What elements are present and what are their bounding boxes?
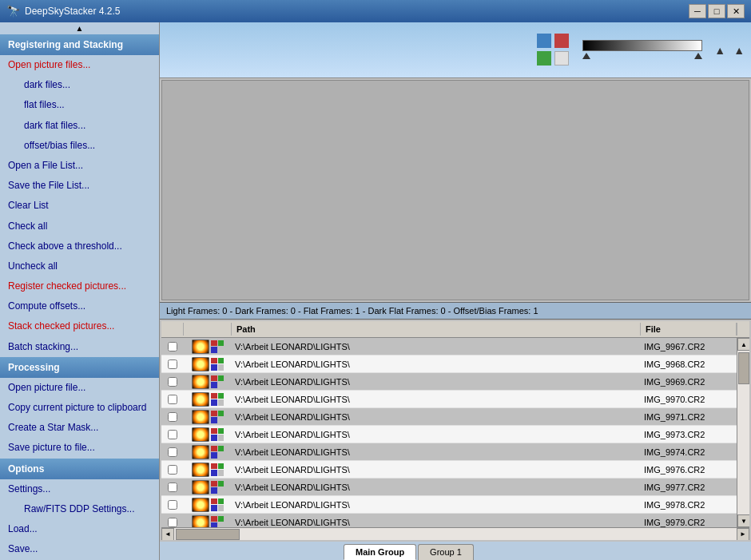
- row-checkbox[interactable]: [168, 447, 177, 457]
- row-checkbox-cell[interactable]: [161, 342, 184, 351]
- row-checkbox-cell[interactable]: [161, 377, 184, 387]
- sidebar-item-load[interactable]: Load...: [0, 519, 159, 539]
- row-checkbox[interactable]: [168, 483, 177, 492]
- top-toolbar: ▲ ▲: [160, 22, 751, 78]
- rgb-white: [218, 452, 225, 459]
- row-file: IMG_9967.CR2: [641, 342, 737, 351]
- maximize-button[interactable]: □: [708, 4, 725, 18]
- rgb-blue: [211, 435, 217, 441]
- sidebar-item-settings[interactable]: Settings...: [0, 479, 159, 499]
- row-checkbox[interactable]: [168, 395, 177, 404]
- row-checkbox[interactable]: [168, 500, 177, 510]
- scroll-right-button[interactable]: ►: [737, 528, 749, 541]
- tab-group-1[interactable]: Group 1: [418, 544, 474, 560]
- row-checkbox-cell[interactable]: [161, 465, 184, 475]
- row-checkbox-cell[interactable]: [161, 430, 184, 439]
- scroll-thumb[interactable]: [738, 352, 749, 384]
- row-checkbox[interactable]: [168, 342, 177, 351]
- table-row[interactable]: V:\Arbeit LEONARD\LIGHTS\ IMG_9973.CR2: [161, 426, 737, 443]
- sidebar: ▲ Registering and Stacking Open picture …: [0, 22, 160, 560]
- table-row[interactable]: V:\Arbeit LEONARD\LIGHTS\ IMG_9967.CR2: [161, 338, 737, 355]
- rgb-blue: [211, 399, 217, 406]
- scroll-track[interactable]: [737, 351, 749, 514]
- sidebar-item-batch-stacking[interactable]: Batch stacking...: [0, 337, 159, 357]
- star-thumbnail: [192, 427, 209, 442]
- sidebar-item-check-threshold[interactable]: Check above a threshold...: [0, 236, 159, 256]
- row-checkbox[interactable]: [168, 465, 177, 475]
- star-thumbnail: [192, 515, 209, 528]
- h-scroll-thumb[interactable]: [176, 529, 240, 540]
- table-row[interactable]: V:\Arbeit LEONARD\LIGHTS\ IMG_9977.CR2: [161, 479, 737, 496]
- sidebar-item-uncheck-all[interactable]: Uncheck all: [0, 256, 159, 276]
- sidebar-item-open-picture-file[interactable]: Open picture file...: [0, 378, 159, 398]
- rgb-red: [211, 498, 217, 505]
- row-checkbox[interactable]: [168, 412, 177, 422]
- table-row[interactable]: V:\Arbeit LEONARD\LIGHTS\ IMG_9974.CR2: [161, 443, 737, 461]
- sidebar-item-dark-files[interactable]: dark files...: [0, 75, 159, 95]
- row-checkbox[interactable]: [168, 518, 177, 527]
- table-row[interactable]: V:\Arbeit LEONARD\LIGHTS\ IMG_9971.CR2: [161, 408, 737, 426]
- sidebar-item-save-file-list[interactable]: Save the File List...: [0, 176, 159, 196]
- table-row[interactable]: V:\Arbeit LEONARD\LIGHTS\ IMG_9978.CR2: [161, 496, 737, 514]
- sidebar-scroll-up[interactable]: ▲: [0, 22, 159, 34]
- row-checkbox-cell[interactable]: [161, 395, 184, 404]
- table-row[interactable]: V:\Arbeit LEONARD\LIGHTS\ IMG_9970.CR2: [161, 391, 737, 408]
- sidebar-item-raw-fits[interactable]: Raw/FITS DDP Settings...: [0, 499, 159, 519]
- rgb-green: [218, 340, 225, 347]
- rgb-blue: [211, 505, 217, 511]
- minimize-button[interactable]: ─: [689, 4, 706, 18]
- row-checkbox-cell[interactable]: [161, 483, 184, 492]
- row-file: IMG_9974.CR2: [641, 447, 737, 457]
- slider-track[interactable]: [582, 51, 702, 61]
- tab-main-group[interactable]: Main Group: [344, 544, 416, 560]
- sidebar-item-register-pictures[interactable]: Register checked pictures...: [0, 276, 159, 296]
- scroll-down-button[interactable]: ▼: [737, 514, 749, 527]
- sidebar-item-flat-files[interactable]: flat files...: [0, 95, 159, 115]
- scroll-left-button[interactable]: ◄: [161, 528, 174, 541]
- sidebar-item-save-picture[interactable]: Save picture to file...: [0, 438, 159, 458]
- sidebar-item-clear-list[interactable]: Clear List: [0, 196, 159, 216]
- rgb-blue: [211, 452, 217, 459]
- rgb-green: [218, 516, 225, 522]
- file-list-scrollbar[interactable]: ▲ ▼: [737, 338, 749, 527]
- sidebar-item-check-all[interactable]: Check all: [0, 216, 159, 236]
- h-scroll-track[interactable]: [174, 528, 737, 541]
- slider-right-handle[interactable]: [694, 53, 702, 59]
- rgb-thumbnail: [211, 375, 224, 388]
- row-file: IMG_9971.CR2: [641, 412, 737, 422]
- row-checkbox-cell[interactable]: [161, 359, 184, 369]
- table-row[interactable]: V:\Arbeit LEONARD\LIGHTS\ IMG_9976.CR2: [161, 461, 737, 479]
- scroll-up-button[interactable]: ▲: [737, 338, 749, 351]
- row-checkbox-cell[interactable]: [161, 447, 184, 457]
- window-controls: ─ □ ✕: [689, 4, 745, 18]
- row-checkbox-cell[interactable]: [161, 500, 184, 510]
- sidebar-item-open-pictures[interactable]: Open picture files...: [0, 55, 159, 75]
- sidebar-item-open-file-list[interactable]: Open a File List...: [0, 156, 159, 176]
- sidebar-item-offset-bias-files[interactable]: offset/bias files...: [0, 136, 159, 156]
- row-checkbox-cell[interactable]: [161, 518, 184, 527]
- rgb-blue: [211, 487, 217, 494]
- row-thumbnail-cell: [184, 462, 232, 478]
- col-header-file: File: [641, 323, 737, 336]
- table-row[interactable]: V:\Arbeit LEONARD\LIGHTS\ IMG_9979.CR2: [161, 514, 737, 527]
- row-checkbox[interactable]: [168, 359, 177, 369]
- sidebar-item-dark-flat-files[interactable]: dark flat files...: [0, 116, 159, 136]
- row-checkbox[interactable]: [168, 430, 177, 439]
- grid-cell-red: [554, 34, 569, 48]
- row-checkbox-cell[interactable]: [161, 412, 184, 422]
- title-bar-left: 🔭 DeepSkyStacker 4.2.5: [6, 5, 120, 18]
- rgb-red: [211, 393, 217, 399]
- sidebar-item-compute-offsets[interactable]: Compute offsets...: [0, 296, 159, 316]
- sidebar-item-create-star-mask[interactable]: Create a Star Mask...: [0, 418, 159, 438]
- sidebar-item-copy-clipboard[interactable]: Copy current picture to clipboard: [0, 398, 159, 418]
- sidebar-item-save[interactable]: Save...: [0, 539, 159, 559]
- row-checkbox[interactable]: [168, 377, 177, 387]
- sidebar-item-stack-pictures[interactable]: Stack checked pictures...: [0, 316, 159, 336]
- close-button[interactable]: ✕: [727, 4, 745, 18]
- table-row[interactable]: V:\Arbeit LEONARD\LIGHTS\ IMG_9969.CR2: [161, 373, 737, 391]
- slider-left-handle[interactable]: [582, 53, 590, 59]
- horizontal-scrollbar[interactable]: ◄ ►: [161, 527, 749, 540]
- sidebar-section-options: Options: [0, 459, 159, 479]
- rgb-blue: [211, 470, 217, 476]
- table-row[interactable]: V:\Arbeit LEONARD\LIGHTS\ IMG_9968.CR2: [161, 355, 737, 373]
